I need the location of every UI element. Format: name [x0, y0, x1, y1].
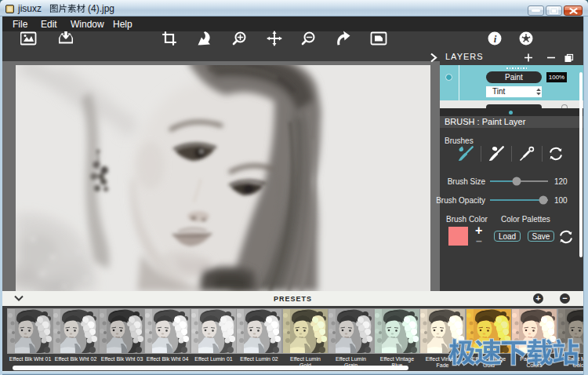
svg-text:i: i: [494, 33, 497, 45]
